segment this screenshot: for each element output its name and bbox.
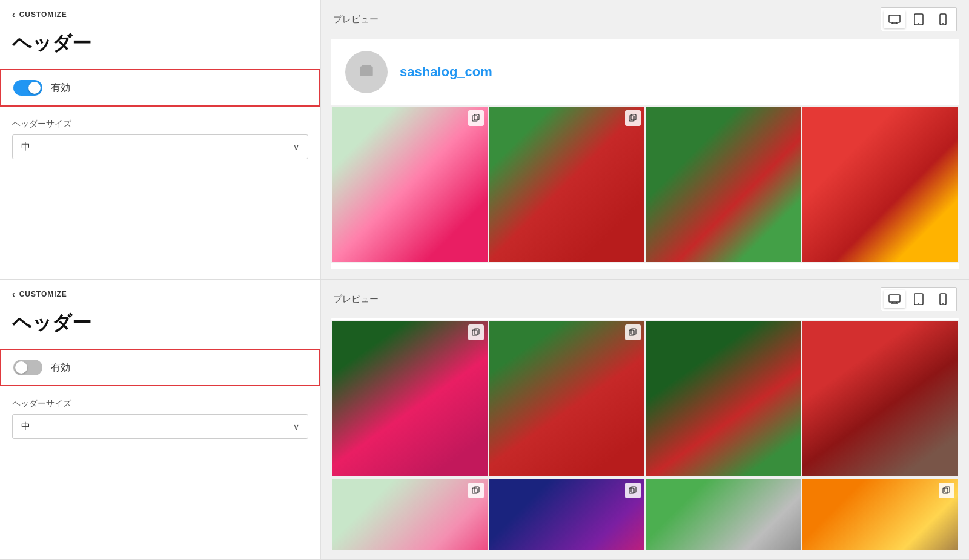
- device-buttons-top: [881, 7, 957, 31]
- customize-label-top: CUSTOMIZE: [19, 10, 67, 19]
- svg-rect-12: [889, 295, 900, 302]
- photo-b6: [489, 479, 644, 550]
- back-arrow-icon-bottom: ‹: [12, 289, 16, 299]
- svg-rect-25: [474, 487, 479, 492]
- back-arrow-icon: ‹: [12, 10, 16, 19]
- chevron-down-icon-bottom: ∨: [293, 422, 299, 432]
- toggle-switch-top[interactable]: [13, 80, 42, 96]
- svg-rect-29: [945, 487, 950, 492]
- device-buttons-bottom: [881, 287, 957, 311]
- preview-label-top: プレビュー: [333, 14, 379, 25]
- copy-icon-b5: [468, 483, 484, 498]
- mobile-btn-top[interactable]: [932, 10, 954, 28]
- left-panel-top: ‹ CUSTOMIZE ヘッダー 有効 ヘッダーサイズ 中 ∨: [0, 0, 321, 279]
- svg-rect-22: [629, 330, 634, 335]
- photo-4: [802, 107, 958, 262]
- preview-content-top: sashalog_com: [331, 39, 959, 269]
- toggle-label-top: 有効: [51, 82, 70, 94]
- photo-b8: [802, 479, 958, 550]
- copy-icon-1: [468, 110, 484, 126]
- panel-title-bottom: ヘッダー: [0, 305, 320, 349]
- svg-rect-20: [472, 330, 477, 335]
- svg-rect-9: [474, 114, 479, 120]
- photo-b3: [646, 321, 801, 476]
- copy-icon-2: [625, 110, 641, 126]
- toggle-switch-bottom[interactable]: [13, 360, 42, 375]
- tablet-btn-top[interactable]: [908, 10, 930, 28]
- svg-rect-0: [889, 15, 900, 22]
- mobile-btn-bottom[interactable]: [932, 290, 954, 308]
- photo-grid-top: [331, 105, 959, 263]
- back-nav-bottom[interactable]: ‹ CUSTOMIZE: [0, 280, 320, 305]
- photo-b4: [802, 321, 958, 476]
- dropdown-value-top: 中: [21, 141, 30, 153]
- svg-rect-26: [629, 488, 634, 493]
- photo-1: [332, 107, 488, 262]
- svg-rect-23: [631, 329, 636, 334]
- panel-title-top: ヘッダー: [0, 25, 320, 69]
- svg-point-19: [942, 303, 944, 304]
- preview-label-bottom: プレビュー: [333, 294, 379, 305]
- dropdown-value-bottom: 中: [21, 421, 30, 432]
- toggle-row-top[interactable]: 有効: [0, 69, 320, 107]
- svg-point-5: [918, 23, 919, 24]
- left-panel-bottom: ‹ CUSTOMIZE ヘッダー 有効 ヘッダーサイズ 中 ∨: [0, 280, 321, 559]
- size-dropdown-top[interactable]: 中 ∨: [12, 134, 308, 159]
- photo-b7: [646, 479, 801, 550]
- toggle-knob-top: [28, 82, 41, 94]
- camera-icon: [357, 62, 376, 82]
- svg-point-7: [942, 23, 944, 24]
- header-size-label-top: ヘッダーサイズ: [0, 107, 320, 134]
- photo-grid-bottom-row2: [331, 478, 959, 550]
- svg-rect-11: [631, 114, 636, 120]
- photo-grid-bottom-row1: [331, 320, 959, 478]
- photo-b2: [489, 321, 644, 476]
- svg-rect-21: [474, 329, 479, 334]
- toggle-label-bottom: 有効: [51, 361, 70, 374]
- copy-icon-b8: [939, 483, 954, 498]
- copy-icon-b2: [625, 324, 641, 340]
- desktop-btn-bottom[interactable]: [884, 290, 905, 308]
- toggle-knob-bottom: [15, 361, 27, 374]
- back-nav-top[interactable]: ‹ CUSTOMIZE: [0, 0, 320, 25]
- photo-b1: [332, 321, 488, 476]
- photo-3: [646, 107, 801, 262]
- right-panel-top: プレビュー: [321, 0, 969, 279]
- desktop-btn-top[interactable]: [884, 10, 905, 28]
- photo-b5: [332, 479, 488, 550]
- svg-point-17: [918, 303, 919, 304]
- svg-rect-8: [472, 116, 477, 121]
- right-panel-bottom: プレビュー: [321, 280, 969, 559]
- svg-rect-24: [472, 488, 477, 493]
- header-size-label-bottom: ヘッダーサイズ: [0, 386, 320, 414]
- chevron-down-icon-top: ∨: [293, 142, 299, 152]
- bottom-row: ‹ CUSTOMIZE ヘッダー 有効 ヘッダーサイズ 中 ∨ プレビュー: [0, 280, 969, 560]
- preview-content-bottom: [331, 318, 959, 550]
- copy-icon-b6: [625, 483, 641, 498]
- preview-header-bottom: プレビュー: [321, 280, 969, 318]
- username-top: sashalog_com: [400, 64, 492, 80]
- svg-rect-10: [629, 116, 634, 121]
- toggle-row-bottom[interactable]: 有効: [0, 349, 320, 386]
- insta-header-top: sashalog_com: [331, 39, 959, 105]
- svg-rect-27: [631, 487, 636, 492]
- customize-label-bottom: CUSTOMIZE: [19, 290, 67, 298]
- top-row: ‹ CUSTOMIZE ヘッダー 有効 ヘッダーサイズ 中 ∨ プレビュー: [0, 0, 969, 280]
- tablet-btn-bottom[interactable]: [908, 290, 930, 308]
- preview-header-top: プレビュー: [321, 0, 969, 39]
- copy-icon-b1: [468, 324, 484, 340]
- size-dropdown-bottom[interactable]: 中 ∨: [12, 414, 308, 439]
- svg-rect-28: [943, 488, 948, 493]
- photo-2: [489, 107, 644, 262]
- avatar-top: [345, 51, 388, 93]
